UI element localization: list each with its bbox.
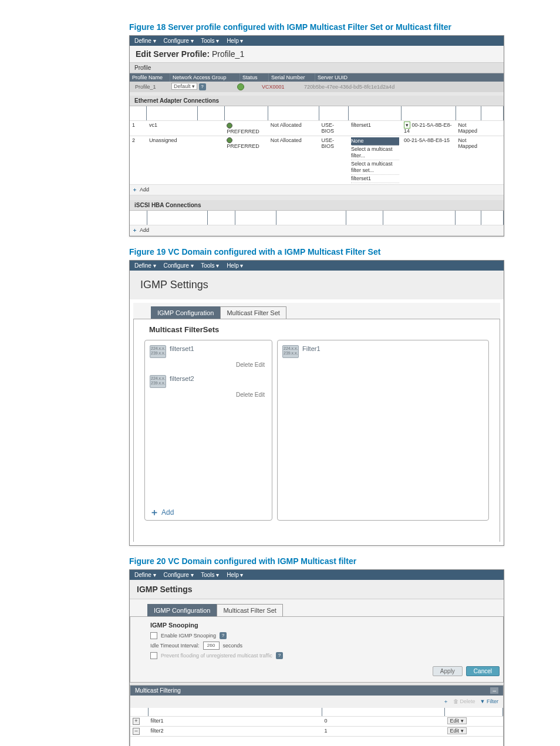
menu-tools[interactable]: Tools ▾: [201, 38, 219, 44]
profile-header-row: Profile Name Network Access Group Status…: [130, 73, 504, 82]
filter-button[interactable]: ▼ Filter: [480, 698, 498, 704]
add-filterset[interactable]: ＋Add: [150, 508, 174, 517]
figure19-screenshot: Define ▾ Configure ▾ Tools ▾ Help ▾ IGMP…: [129, 260, 504, 546]
menu-define[interactable]: Define ▾: [134, 38, 156, 44]
filterset-thumb-icon: 224.x.x.x239.x.x.x: [150, 375, 166, 388]
iscsi-section-title: iSCSI HBA Connections: [130, 200, 504, 211]
menu-tools[interactable]: Tools ▾: [201, 572, 219, 578]
expand-icon[interactable]: +: [133, 718, 140, 725]
eth-section-title: Ethernet Adapter Connections: [130, 96, 504, 106]
iscsi-table: Port Network Name Status Port Speed Type…: [130, 211, 504, 236]
checkbox-icon[interactable]: [150, 632, 157, 639]
menu-configure[interactable]: Configure ▾: [163, 262, 193, 269]
multicast-filtering-panel: Multicast Filtering – ＋ 🗑 Delete ▼ Filte…: [130, 685, 504, 746]
profile-row: Profile_1 Default ▾ ? VCX0001 720b5be-47…: [130, 82, 504, 92]
add-iscsi-connection[interactable]: Add: [140, 227, 149, 233]
table-row[interactable]: 2 Unassigned PREFERRED Not Allocated USE…: [130, 136, 504, 184]
multicast-filter-table: Multicast Filter Name Number of Associat…: [130, 708, 503, 746]
menu-help[interactable]: Help ▾: [227, 38, 243, 44]
add-eth-connection[interactable]: Add: [140, 187, 149, 193]
figure18-screenshot: Define ▾ Configure ▾ Tools ▾ Help ▾ Edit…: [129, 35, 504, 237]
menubar: Define ▾ Configure ▾ Tools ▾ Help ▾: [130, 570, 504, 580]
edit-server-profile-title: Edit Server Profile: Profile_1: [130, 46, 504, 63]
filterset-item[interactable]: 224.x.x.x239.x.x.x filterset1: [150, 345, 267, 358]
help-icon[interactable]: ?: [220, 632, 227, 639]
filterset-detail: 224.x.x.x239.x.x.x Filter1: [277, 340, 489, 521]
page-title: IGMP Settings: [130, 580, 504, 599]
figure20-caption: Figure 20 VC Domain configured with IGMP…: [129, 556, 504, 566]
table-row[interactable]: 1 vc1 PREFERRED Not Allocated USE-BIOS f…: [130, 121, 504, 136]
figure19-caption: Figure 19 VC Domain configured with a IG…: [129, 247, 504, 256]
filterset-list: 224.x.x.x239.x.x.x filterset1 Delete Edi…: [144, 340, 272, 521]
menu-configure[interactable]: Configure ▾: [163, 572, 193, 578]
filterset-actions[interactable]: Delete Edit: [152, 391, 265, 398]
filterset-actions[interactable]: Delete Edit: [152, 362, 265, 368]
idle-timeout-input[interactable]: 260: [203, 642, 220, 650]
tab-igmp-config[interactable]: IGMP Configuration: [151, 306, 220, 319]
multicast-filtersets-title: Multicast FilterSets: [134, 319, 500, 336]
filterset-thumb-icon: 224.x.x.x239.x.x.x: [150, 345, 166, 358]
tab-igmp-config[interactable]: IGMP Configuration: [147, 604, 217, 616]
help-icon[interactable]: ?: [199, 83, 206, 90]
prevent-flooding-row[interactable]: Prevent flooding of unregistered multica…: [130, 651, 503, 660]
cancel-button[interactable]: Cancel: [466, 666, 500, 676]
menu-configure[interactable]: Configure ▾: [163, 38, 193, 44]
status-icon: [237, 83, 244, 90]
add-icon[interactable]: ＋: [132, 187, 137, 193]
filterset-item[interactable]: 224.x.x.x239.x.x.x filterset2: [150, 375, 267, 388]
eth-header-row: Port Network Name Status Port Speed Type…: [130, 106, 504, 121]
menu-help[interactable]: Help ▾: [227, 262, 243, 269]
delete-filter-button[interactable]: 🗑 Delete: [453, 698, 475, 704]
help-icon[interactable]: ?: [276, 652, 283, 659]
menu-help[interactable]: Help ▾: [227, 572, 243, 578]
figure20-screenshot: Define ▾ Configure ▾ Tools ▾ Help ▾ IGMP…: [129, 569, 504, 746]
menu-tools[interactable]: Tools ▾: [201, 262, 219, 269]
igmp-snooping-title: IGMP Snooping: [130, 617, 503, 631]
figure18-caption: Figure 18 Server profile configured with…: [129, 22, 504, 32]
mcast-dropdown-open[interactable]: None Select a multicast filter... Select…: [349, 136, 402, 184]
radio-selected-icon[interactable]: [227, 137, 232, 143]
filter-thumb-icon: 224.x.x.x239.x.x.x: [282, 345, 299, 358]
table-row[interactable]: + filter1 0 Edit ▾: [130, 716, 503, 726]
tab-multicast-filter-set[interactable]: Multicast Filter Set: [220, 306, 286, 319]
tab-multicast-filter-set[interactable]: Multicast Filter Set: [217, 604, 282, 616]
checkbox-icon[interactable]: [150, 652, 157, 659]
add-icon[interactable]: ＋: [132, 227, 137, 233]
eth-table: Port Network Name Status Port Speed Type…: [130, 106, 504, 195]
menubar: Define ▾ Configure ▾ Tools ▾ Help ▾: [130, 36, 504, 46]
profile-tab[interactable]: Profile: [130, 63, 504, 73]
collapse-icon[interactable]: –: [490, 687, 498, 694]
apply-button[interactable]: Apply: [433, 666, 463, 676]
menu-define[interactable]: Define ▾: [134, 262, 156, 269]
row-action-dropdown[interactable]: Edit ▾: [447, 717, 467, 724]
add-filter-button[interactable]: ＋: [443, 698, 448, 706]
expand-icon[interactable]: –: [133, 728, 140, 735]
multicast-filtering-title: Multicast Filtering: [135, 687, 181, 694]
plus-icon: ＋: [150, 509, 159, 516]
enable-snooping-row[interactable]: Enable IGMP Snooping ?: [130, 631, 503, 640]
page-title: IGMP Settings: [130, 271, 504, 299]
menu-define[interactable]: Define ▾: [134, 572, 156, 578]
idle-timeout-row: Idle Timeout Interval: 260 seconds: [130, 640, 503, 651]
menubar: Define ▾ Configure ▾ Tools ▾ Help ▾: [130, 261, 504, 271]
radio-selected-icon[interactable]: [227, 123, 232, 129]
table-row[interactable]: – filter2 1 Edit ▾: [130, 726, 503, 736]
filter-item[interactable]: 224.x.x.x239.x.x.x Filter1: [282, 345, 484, 358]
row-action-dropdown[interactable]: Edit ▾: [447, 727, 467, 734]
